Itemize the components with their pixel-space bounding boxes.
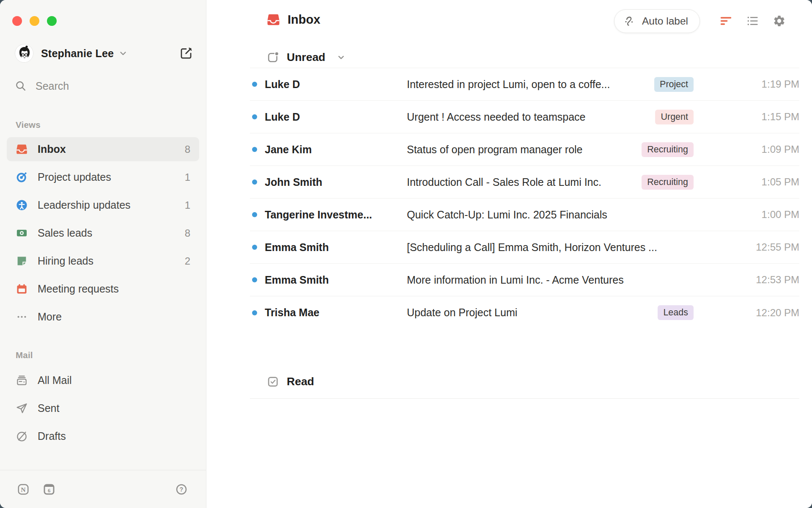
email-time: 1:15 PM — [710, 111, 799, 123]
unread-count: 1 — [185, 171, 190, 183]
unread-count: 2 — [185, 255, 190, 267]
compose-button[interactable] — [179, 46, 193, 61]
unread-count: 1 — [185, 199, 190, 211]
email-time: 1:00 PM — [710, 209, 799, 221]
sent-icon — [16, 402, 28, 414]
email-row[interactable]: John SmithIntroduction Call - Sales Role… — [250, 166, 799, 199]
chevron-down-icon[interactable] — [336, 52, 346, 62]
auto-label-button[interactable]: Auto label — [614, 9, 700, 33]
email-subject: Status of open program manager role — [407, 144, 642, 156]
email-label-badge[interactable]: Recruiting — [642, 142, 694, 157]
notion-logo-icon[interactable]: N — [17, 483, 30, 496]
email-subject: Introduction Call - Sales Role at Lumi I… — [407, 176, 642, 188]
sidebar-item-label: Project updates — [38, 171, 111, 183]
email-row[interactable]: Tangerine Investme...Quick Catch-Up: Lum… — [250, 199, 799, 231]
unread-dot-icon — [252, 310, 257, 315]
email-time: 1:19 PM — [710, 78, 799, 90]
sidebar-item-label: Leadership updates — [38, 199, 131, 211]
unread-dot-icon — [252, 147, 257, 152]
unread-dot-cell — [250, 277, 265, 282]
email-row[interactable]: Luke DInterested in project Lumi, open t… — [250, 68, 799, 101]
email-label-badge[interactable]: Leads — [658, 305, 694, 320]
unread-dot-icon — [252, 277, 257, 282]
unread-section-title: Unread — [287, 51, 325, 64]
ellipsis-icon — [16, 311, 28, 323]
sidebar-item-label: Sent — [38, 402, 59, 414]
sidebar-item-all-mail[interactable]: All Mail — [7, 368, 199, 392]
unread-dot-icon — [252, 179, 257, 185]
unread-count: 8 — [185, 144, 190, 155]
email-time: 12:53 PM — [710, 274, 799, 286]
sidebar-item-hiring-leads[interactable]: Hiring leads2 — [7, 249, 199, 273]
sidebar: Stephanie Lee Search Views Inbox8Project… — [0, 0, 206, 508]
sidebar-item-leadership-updates[interactable]: Leadership updates1 — [7, 193, 199, 217]
email-row[interactable]: Luke DUrgent ! Access needed to teamspac… — [250, 101, 799, 133]
drafts-icon — [16, 430, 28, 442]
views-nav: Inbox8Project updates1Leadership updates… — [7, 137, 199, 333]
email-time: 1:05 PM — [710, 176, 799, 188]
svg-text:6: 6 — [48, 487, 50, 493]
email-sender: Emma Smith — [265, 274, 407, 286]
email-subject: Update on Project Lumi — [407, 306, 658, 319]
accessibility-icon — [16, 199, 28, 211]
sidebar-item-sales-leads[interactable]: Sales leads8 — [7, 221, 199, 245]
chevron-down-icon[interactable] — [118, 48, 128, 58]
sidebar-item-drafts[interactable]: Drafts — [7, 424, 199, 448]
profile-name: Stephanie Lee — [41, 47, 114, 60]
email-subject: [Scheduling a Call] Emma Smith, Horizon … — [407, 241, 710, 254]
unread-dot-cell — [250, 245, 265, 250]
allmail-icon — [16, 374, 28, 387]
sidebar-item-label: Meeting requests — [38, 283, 119, 295]
sidebar-item-more[interactable]: More — [7, 305, 199, 329]
inbox-icon — [16, 143, 28, 155]
sidebar-item-label: Hiring leads — [38, 255, 93, 267]
minimize-window-button[interactable] — [30, 16, 39, 26]
help-icon[interactable]: ? — [175, 483, 188, 496]
views-section-label: Views — [16, 120, 41, 130]
email-sender: Emma Smith — [265, 241, 407, 254]
unread-dot-icon — [252, 245, 257, 250]
email-sender: Tangerine Investme... — [265, 209, 407, 221]
calendar-icon — [16, 283, 28, 295]
settings-gear-icon[interactable] — [773, 14, 786, 28]
mail-nav: All MailSentDrafts — [7, 368, 199, 452]
unread-dot-icon — [252, 212, 257, 217]
unread-section-header[interactable]: Unread — [266, 51, 346, 64]
email-label-badge[interactable]: Recruiting — [642, 175, 694, 190]
sidebar-item-inbox[interactable]: Inbox8 — [7, 137, 199, 161]
email-time: 1:09 PM — [710, 144, 799, 155]
email-subject: More information in Lumi Inc. - Acme Ven… — [407, 274, 710, 286]
email-subject: Urgent ! Access needed to teamspace — [407, 111, 655, 123]
search-input[interactable]: Search — [15, 77, 193, 95]
email-list: Luke DInterested in project Lumi, open t… — [250, 68, 799, 329]
sidebar-item-label: Drafts — [38, 430, 66, 442]
email-label-badge[interactable]: Urgent — [655, 110, 694, 124]
notion-calendar-icon[interactable]: 6 — [43, 483, 55, 496]
unread-dot-cell — [250, 114, 265, 119]
email-sender: Jane Kim — [265, 144, 407, 156]
inbox-icon — [266, 13, 280, 27]
note-icon — [16, 255, 28, 267]
account-switcher[interactable]: Stephanie Lee — [15, 44, 193, 63]
sidebar-item-meeting-requests[interactable]: Meeting requests — [7, 277, 199, 301]
email-sender: Trisha Mae — [265, 306, 407, 319]
sidebar-item-project-updates[interactable]: Project updates1 — [7, 165, 199, 189]
email-time: 12:20 PM — [710, 307, 799, 319]
read-section-header[interactable]: Read — [250, 375, 799, 399]
list-view-icon[interactable] — [746, 14, 759, 28]
close-window-button[interactable] — [12, 16, 22, 26]
unread-dot-cell — [250, 82, 265, 87]
email-row[interactable]: Emma SmithMore information in Lumi Inc. … — [250, 264, 799, 296]
filter-icon[interactable] — [719, 14, 732, 28]
auto-label-wand-icon — [624, 15, 636, 28]
auto-label-text: Auto label — [642, 15, 688, 27]
sidebar-item-sent[interactable]: Sent — [7, 396, 199, 420]
email-row[interactable]: Trisha MaeUpdate on Project LumiLeads12:… — [250, 296, 799, 329]
target-icon — [16, 171, 28, 183]
email-label-badge[interactable]: Project — [654, 77, 694, 92]
email-sender: Luke D — [265, 78, 407, 91]
email-row[interactable]: Jane KimStatus of open program manager r… — [250, 133, 799, 166]
email-row[interactable]: Emma Smith[Scheduling a Call] Emma Smith… — [250, 231, 799, 264]
zoom-window-button[interactable] — [47, 16, 57, 26]
unread-count: 8 — [185, 227, 190, 239]
